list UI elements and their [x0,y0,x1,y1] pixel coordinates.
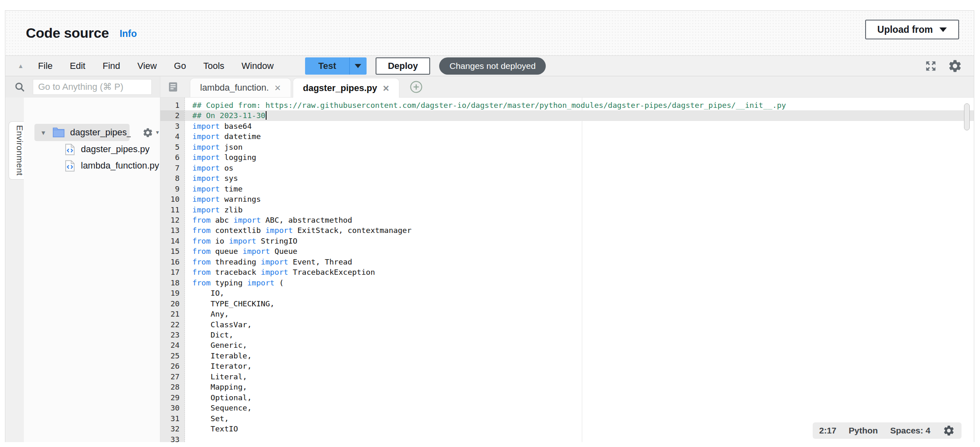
file-tree: ▼ dagster_pipes_funct ▼ [24,98,160,442]
code-line-22[interactable]: Any, [185,309,974,319]
tree-settings-button[interactable]: ▼ [137,127,160,138]
line-number-11: 11 [160,205,185,215]
code-line-19[interactable]: from typing import ( [185,278,974,288]
tab-list-icon[interactable] [167,81,179,93]
keyword-token: import [192,205,220,214]
menu-find[interactable]: Find [94,61,129,71]
tab-dagster-pipes-py[interactable]: dagster_pipes.py× [293,78,399,98]
text-token: Queue [270,247,297,255]
sidebar: Environment ▼ dagster_pipes_funct [5,76,160,442]
test-button[interactable]: Test [305,57,367,75]
keyword-token: from [192,258,211,266]
gear-icon[interactable] [943,424,955,437]
text-token: TracebackException [288,268,375,276]
code-line-25[interactable]: Generic, [185,340,974,350]
tab-lambda-function[interactable]: lambda_function.× [190,78,291,97]
code-line-4[interactable]: import base64 [185,121,974,131]
code-line-26[interactable]: Iterable, [185,351,974,361]
comment-token: ## On 2023-11-30 [192,111,265,120]
keyword-token: import [192,164,220,172]
line-number-22: 22 [160,319,185,330]
line-number-17: 17 [160,267,185,277]
code-line-5[interactable]: import datetime [185,131,974,141]
menu-tools[interactable]: Tools [195,61,233,71]
code-line-7[interactable]: import logging [185,152,974,162]
code-line-29[interactable]: Mapping, [185,382,974,392]
code-line-8[interactable]: import os [185,163,974,173]
comment-token: ## Copied from: https://raw.githubuserco… [192,101,786,109]
code-line-14[interactable]: from contextlib import ExitStack, contex… [185,225,974,235]
line-number-19: 19 [160,288,185,298]
editor-statusbar: 2:17 Python Spaces: 4 [813,422,962,439]
code-line-28[interactable]: Literal, [185,372,974,382]
gear-icon[interactable] [948,59,962,73]
menu-go[interactable]: Go [165,61,194,71]
cursor-position[interactable]: 2:17 [819,426,836,436]
info-link[interactable]: Info [120,28,137,39]
line-number-10: 10 [160,194,185,204]
menu-file[interactable]: File [30,61,61,71]
code-line-31[interactable]: Sequence, [185,403,974,413]
code-source-panel: Code source Info Upload from ▲ FileEditF… [5,10,974,442]
close-icon[interactable]: × [383,83,389,94]
code-line-2[interactable]: ## On 2023-11-30 [185,110,974,121]
text-token: json [220,143,243,151]
tree-file-lambda_function.py[interactable]: lambda_function.py [24,157,160,174]
code-line-15[interactable]: from io import StringIO [185,236,974,246]
code-line-13[interactable]: from abc import ABC, abstractmethod [185,215,974,225]
close-icon[interactable]: × [275,82,281,93]
menu-window[interactable]: Window [233,61,282,71]
code-line-23[interactable]: ClassVar, [185,319,974,330]
scrollbar-thumb[interactable] [964,103,970,130]
text-token: Any, [192,310,229,318]
line-number-29: 29 [160,392,185,403]
text-token: Literal, [192,372,247,381]
add-tab-icon[interactable] [409,80,423,94]
code-line-12[interactable]: import zlib [185,205,974,215]
code-line-21[interactable]: TYPE_CHECKING, [185,299,974,309]
code-line-11[interactable]: import warnings [185,194,974,204]
menu-view[interactable]: View [129,61,165,71]
keyword-token: from [192,226,211,235]
tree-folder-row[interactable]: ▼ dagster_pipes_funct ▼ [24,124,160,141]
tab-label: lambda_function. [200,82,269,93]
code-line-6[interactable]: import json [185,142,974,152]
line-number-27: 27 [160,372,185,382]
search-bar [5,76,160,98]
test-dropdown[interactable] [349,57,367,75]
deploy-button[interactable]: Deploy [376,57,430,75]
menu-edit[interactable]: Edit [61,61,94,71]
upload-from-button[interactable]: Upload from [865,20,959,39]
code-line-27[interactable]: Iterator, [185,361,974,371]
keyword-token: import [261,268,288,276]
keyword-token: import [265,226,293,235]
collapse-panel-icon[interactable]: ▲ [18,62,24,69]
code-line-16[interactable]: from queue import Queue [185,246,974,256]
keyword-token: import [192,195,220,203]
fullscreen-icon[interactable] [925,60,937,72]
code-line-17[interactable]: from threading import Event, Thread [185,257,974,267]
tree-file-dagster_pipes.py[interactable]: dagster_pipes.py [24,141,160,157]
code-line-24[interactable]: Dict, [185,330,974,340]
keyword-token: import [229,237,256,245]
text-token: abc [211,216,234,224]
code-line-20[interactable]: IO, [185,288,974,298]
language-mode[interactable]: Python [849,426,878,436]
code-line-1[interactable]: ## Copied from: https://raw.githubuserco… [185,100,974,110]
menubar-right-icons [925,56,962,76]
text-token: TextIO [192,424,238,433]
code-line-9[interactable]: import sys [185,173,974,183]
code-line-10[interactable]: import time [185,184,974,194]
text-token: IO, [192,289,224,297]
code-line-30[interactable]: Optional, [185,392,974,403]
line-number-20: 20 [160,299,185,309]
tab-label: dagster_pipes.py [303,83,377,94]
go-to-anything-input[interactable] [33,79,152,95]
line-number-26: 26 [160,361,185,371]
chevron-down-icon[interactable]: ▼ [40,129,46,136]
text-token: Event, Thread [288,258,352,266]
code-editor[interactable]: 1234567891011121314151617181920212223242… [160,98,974,442]
code-line-18[interactable]: from traceback import TracebackException [185,267,974,277]
text-token: Iterable, [192,351,252,360]
indent-setting[interactable]: Spaces: 4 [890,426,930,436]
